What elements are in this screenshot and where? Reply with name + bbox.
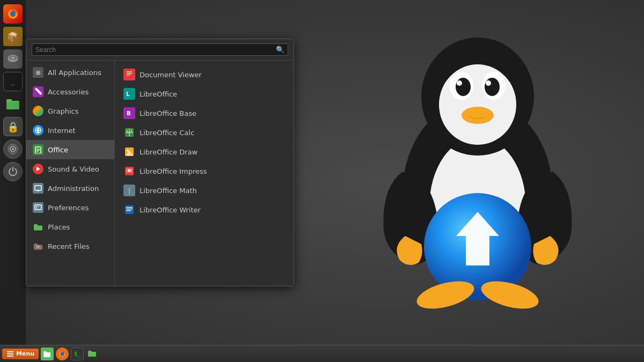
cat-places[interactable]: Places: [26, 217, 114, 237]
taskbar-folder[interactable]: [86, 348, 99, 360]
doc-viewer-label: Document Viewer: [140, 71, 202, 79]
svg-point-55: [486, 80, 491, 86]
svg-rect-62: [7, 353, 13, 354]
cat-internet[interactable]: Internet: [26, 121, 114, 140]
taskbar: Menu $_: [0, 345, 644, 362]
dock-terminal[interactable]: _: [3, 72, 23, 91]
menu-popup: 🔍 ⊞ All Applications Accessories: [26, 39, 294, 286]
cat-sound-label: Sound & Video: [48, 165, 99, 173]
svg-point-19: [36, 206, 37, 207]
svg-rect-15: [35, 186, 41, 190]
menu-icon: [6, 350, 14, 358]
preferences-icon: [33, 202, 43, 213]
app-document-viewer[interactable]: Document Viewer: [117, 65, 291, 84]
svg-rect-43: [126, 207, 133, 208]
svg-point-53: [485, 78, 500, 96]
cat-accessories[interactable]: Accessories: [26, 82, 114, 101]
lo-writer-label: LibreOffice Writer: [140, 206, 201, 214]
search-input[interactable]: [35, 46, 274, 54]
cat-preferences-label: Preferences: [48, 204, 89, 212]
lo-base-label: LibreOffice Base: [140, 109, 196, 117]
cat-office-label: Office: [48, 146, 68, 154]
svg-point-1: [10, 11, 16, 17]
svg-rect-18: [35, 205, 41, 210]
dock-screensaver[interactable]: [3, 139, 23, 159]
svg-rect-26: [127, 75, 130, 76]
app-libreoffice[interactable]: L LibreOffice: [117, 84, 291, 104]
cat-recent-label: Recent Files: [48, 242, 90, 250]
svg-rect-45: [126, 210, 131, 211]
svg-point-65: [61, 352, 64, 356]
svg-point-20: [38, 206, 39, 207]
dock-disks[interactable]: [3, 49, 23, 69]
cat-places-label: Places: [48, 223, 70, 231]
lo-draw-icon: [123, 146, 135, 158]
graphics-icon: [33, 106, 43, 116]
menu-label: Menu: [16, 350, 34, 357]
tux-illustration: [343, 16, 612, 327]
sound-video-icon: [33, 164, 43, 174]
apps-list: Document Viewer L LibreOffice B LibreOff…: [115, 61, 294, 286]
svg-text:2: 2: [130, 129, 133, 132]
cat-sound-video[interactable]: Sound & Video: [26, 159, 114, 179]
lo-math-label: LibreOffice Math: [140, 187, 197, 195]
cat-all-label: All Applications: [48, 69, 101, 77]
taskbar-terminal[interactable]: $_: [71, 348, 84, 360]
dock-power[interactable]: [3, 162, 23, 181]
category-list: ⊞ All Applications Accessories Graphics: [26, 61, 115, 286]
svg-point-7: [12, 148, 14, 150]
svg-point-56: [462, 107, 494, 124]
taskbar-firefox[interactable]: [56, 348, 69, 360]
office-icon: [33, 144, 43, 155]
dock-folder[interactable]: [3, 94, 23, 114]
app-libreoffice-base[interactable]: B LibreOffice Base: [117, 104, 291, 123]
lo-writer-icon: [123, 204, 135, 216]
search-wrapper: 🔍: [32, 43, 288, 56]
cat-administration-label: Administration: [48, 184, 99, 193]
libreoffice-icon: L: [123, 88, 135, 100]
svg-rect-63: [7, 356, 13, 357]
lo-math-icon: ∫: [123, 184, 135, 196]
lo-base-icon: B: [123, 107, 135, 119]
cat-recent-files[interactable]: ⟳ Recent Files: [26, 237, 114, 256]
svg-point-54: [457, 80, 462, 86]
dock-lock[interactable]: 🔒: [3, 117, 23, 136]
cat-accessories-label: Accessories: [48, 88, 89, 96]
doc-viewer-icon: [123, 69, 135, 80]
app-libreoffice-calc[interactable]: 12 LibreOffice Calc: [117, 123, 291, 142]
svg-text:1: 1: [126, 129, 128, 132]
libreoffice-label: LibreOffice: [140, 90, 177, 98]
cat-office[interactable]: Office: [26, 140, 114, 159]
svg-rect-24: [127, 71, 132, 72]
cat-graphics-label: Graphics: [48, 107, 78, 115]
lo-calc-label: LibreOffice Calc: [140, 129, 194, 137]
svg-rect-42: [125, 205, 134, 214]
internet-icon: [33, 125, 43, 136]
menu-body: ⊞ All Applications Accessories Graphics: [26, 61, 294, 286]
svg-point-49: [439, 64, 516, 145]
app-libreoffice-math[interactable]: ∫ LibreOffice Math: [117, 181, 291, 200]
svg-point-4: [11, 57, 14, 59]
cat-graphics[interactable]: Graphics: [26, 101, 114, 121]
dock-files[interactable]: 📦: [3, 27, 23, 46]
lo-calc-icon: 12: [123, 127, 135, 138]
dock-firefox[interactable]: [3, 4, 23, 24]
lo-draw-label: LibreOffice Draw: [140, 148, 197, 156]
accessories-icon: [33, 86, 43, 97]
taskbar-files[interactable]: [41, 348, 54, 360]
app-libreoffice-writer[interactable]: LibreOffice Writer: [117, 200, 291, 219]
search-bar: 🔍: [26, 39, 294, 61]
svg-text:L: L: [126, 91, 130, 97]
svg-point-21: [36, 208, 37, 209]
app-libreoffice-impress[interactable]: LibreOffice Impress: [117, 161, 291, 181]
cat-administration[interactable]: Administration: [26, 179, 114, 198]
svg-marker-14: [36, 167, 40, 171]
cat-preferences[interactable]: Preferences: [26, 198, 114, 217]
search-icon: 🔍: [276, 46, 284, 54]
svg-point-52: [456, 78, 471, 96]
desktop: 📦 _ 🔒: [0, 0, 644, 362]
app-libreoffice-draw[interactable]: LibreOffice Draw: [117, 142, 291, 161]
taskbar-menu-button[interactable]: Menu: [2, 349, 39, 359]
cat-all-applications[interactable]: ⊞ All Applications: [26, 63, 114, 82]
svg-text:B: B: [127, 110, 131, 116]
